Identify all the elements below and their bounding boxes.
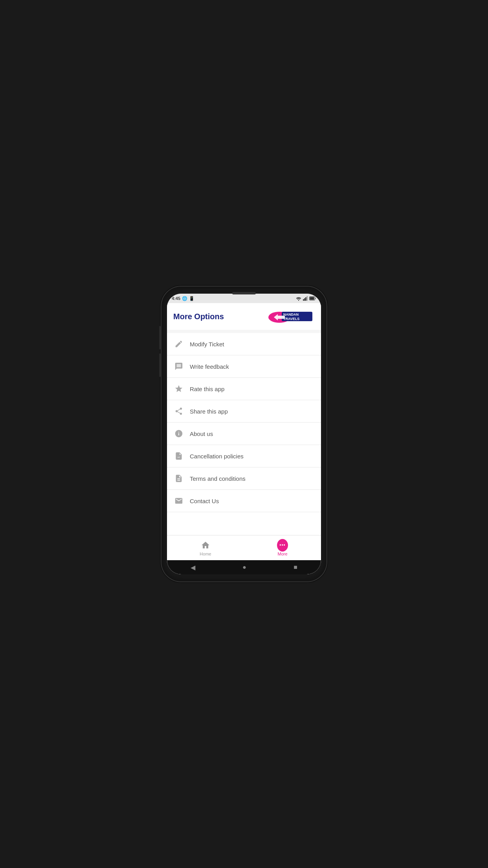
svg-rect-2	[304, 298, 305, 301]
wifi-icon	[296, 296, 301, 301]
menu-item-about-us[interactable]: About us	[167, 423, 321, 445]
share-icon	[173, 406, 184, 417]
cancellation-label: Cancellation policies	[190, 453, 244, 460]
logo-area: NANDAN TRAVELS	[268, 308, 315, 325]
menu-item-share-app[interactable]: Share this app	[167, 400, 321, 423]
android-nav-bar: ◀ ● ■	[167, 560, 321, 574]
battery-icon	[309, 296, 316, 300]
star-icon	[173, 383, 184, 394]
rate-app-label: Rate this app	[190, 386, 224, 392]
pencil-icon	[173, 338, 184, 349]
nav-more[interactable]: ••• More	[244, 540, 321, 556]
svg-rect-6	[310, 297, 314, 300]
mail-icon	[173, 495, 184, 506]
svg-rect-3	[305, 297, 306, 301]
status-right	[296, 296, 316, 301]
cancel-doc-icon	[173, 451, 184, 462]
status-left: 4:45 🌐 📱	[172, 296, 194, 301]
svg-point-0	[298, 300, 299, 301]
menu-item-cancellation[interactable]: Cancellation policies	[167, 445, 321, 467]
home-nav-label: Home	[200, 552, 211, 556]
nandan-travels-logo: NANDAN TRAVELS	[268, 308, 315, 325]
nav-home[interactable]: Home	[167, 540, 244, 556]
app-content: More Options NANDAN TRAVELS	[167, 303, 321, 560]
signal-icon	[303, 296, 308, 301]
menu-item-terms[interactable]: Terms and conditions	[167, 467, 321, 490]
svg-rect-1	[303, 299, 304, 301]
terms-label: Terms and conditions	[190, 475, 246, 482]
screen: 4:45 🌐 📱	[167, 294, 321, 574]
status-time: 4:45	[172, 296, 180, 301]
bottom-nav: Home ••• More	[167, 535, 321, 560]
status-bar: 4:45 🌐 📱	[167, 294, 321, 303]
modify-ticket-label: Modify Ticket	[190, 341, 224, 348]
share-app-label: Share this app	[190, 408, 228, 415]
more-dots-circle: •••	[277, 539, 288, 552]
svg-rect-4	[307, 296, 308, 301]
page-title: More Options	[173, 312, 224, 321]
about-us-label: About us	[190, 430, 213, 437]
recent-button[interactable]: ■	[289, 562, 302, 572]
phone-frame: 4:45 🌐 📱	[161, 287, 327, 581]
write-feedback-label: Write feedback	[190, 363, 229, 370]
world-icon: 🌐	[182, 296, 187, 301]
menu-item-rate-app[interactable]: Rate this app	[167, 378, 321, 400]
menu-item-write-feedback[interactable]: Write feedback	[167, 355, 321, 378]
menu-list: Modify Ticket Write feedback Rate this a…	[167, 333, 321, 535]
back-button[interactable]: ◀	[186, 562, 200, 573]
more-nav-label: More	[277, 552, 287, 556]
home-nav-icon	[200, 540, 211, 551]
sim-icon: 📱	[189, 296, 194, 301]
menu-item-modify-ticket[interactable]: Modify Ticket	[167, 333, 321, 355]
app-header: More Options NANDAN TRAVELS	[167, 303, 321, 330]
contact-us-label: Contact Us	[190, 498, 219, 504]
info-icon	[173, 428, 184, 439]
chat-icon	[173, 361, 184, 372]
svg-text:NANDAN: NANDAN	[283, 313, 299, 316]
menu-item-contact-us[interactable]: Contact Us	[167, 490, 321, 512]
more-nav-icon: •••	[277, 540, 288, 551]
home-button[interactable]: ●	[238, 562, 251, 572]
document-icon	[173, 473, 184, 484]
svg-text:TRAVELS: TRAVELS	[283, 317, 299, 321]
